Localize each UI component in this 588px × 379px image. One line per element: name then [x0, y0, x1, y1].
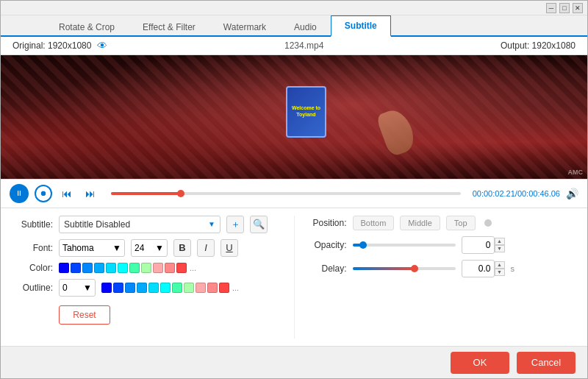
- delay-label: Delay:: [306, 263, 347, 274]
- ok-button[interactable]: OK: [451, 352, 509, 374]
- subtitle-value: Subtitle Disabled: [64, 219, 130, 230]
- position-label: Position:: [306, 218, 347, 228]
- delay-slider-thumb[interactable]: [411, 265, 418, 272]
- close-button[interactable]: ✕: [573, 3, 583, 13]
- filename: 1234.mp4: [107, 40, 500, 51]
- opacity-spin-down[interactable]: ▼: [495, 245, 505, 252]
- tab-watermark[interactable]: Watermark: [209, 17, 280, 37]
- font-family-value: Tahoma: [62, 243, 94, 253]
- video-tablet: Welcome toToyland: [286, 86, 326, 138]
- color-swatch-3[interactable]: [94, 263, 104, 273]
- color-swatch-8[interactable]: [153, 263, 163, 273]
- delay-slider-fill: [353, 267, 415, 270]
- outline-swatch-3[interactable]: [137, 283, 147, 293]
- tab-rotate[interactable]: Rotate & Crop: [45, 17, 129, 37]
- outline-swatch-0[interactable]: [101, 283, 112, 293]
- subtitle-dropdown[interactable]: Subtitle Disabled ▼: [59, 216, 220, 233]
- color-swatch-9[interactable]: [165, 263, 175, 273]
- delay-unit: s: [511, 264, 515, 273]
- color-swatch-0[interactable]: [59, 263, 69, 273]
- font-family-select[interactable]: Tahoma ▼: [59, 239, 125, 257]
- volume-icon[interactable]: 🔊: [566, 188, 578, 199]
- outline-swatch-6[interactable]: [172, 283, 182, 293]
- color-swatch-1[interactable]: [71, 263, 81, 273]
- add-subtitle-button[interactable]: ＋: [226, 216, 244, 233]
- delay-value-input[interactable]: 0.0: [462, 260, 495, 277]
- outline-swatch-9[interactable]: [207, 283, 218, 293]
- outline-value: 0: [62, 283, 68, 293]
- outline-swatch-1[interactable]: [113, 283, 123, 293]
- color-swatch-4[interactable]: [106, 263, 116, 273]
- more-outline-colors-button[interactable]: ...: [232, 283, 239, 292]
- left-column: Subtitle: Subtitle Disabled ▼ ＋ 🔍 Font: …: [12, 216, 294, 339]
- delay-row: Delay: 0.0 ▲ ▼ s: [306, 260, 576, 277]
- font-family-arrow-icon: ▼: [112, 243, 121, 253]
- delay-slider-track[interactable]: [353, 267, 456, 270]
- opacity-slider-thumb[interactable]: [359, 241, 367, 249]
- delay-spin-down[interactable]: ▼: [495, 269, 505, 276]
- settings-columns: Subtitle: Subtitle Disabled ▼ ＋ 🔍 Font: …: [12, 216, 576, 339]
- opacity-row: Opacity: 0 ▲ ▼: [306, 236, 576, 254]
- delay-spin-up[interactable]: ▲: [495, 261, 505, 269]
- position-indicator: [484, 219, 492, 227]
- progress-track[interactable]: [111, 192, 461, 195]
- outline-swatch-8[interactable]: [196, 283, 206, 293]
- font-size-select[interactable]: 24 ▼: [131, 239, 168, 257]
- prev-button[interactable]: ⏮: [58, 185, 76, 202]
- position-top-button[interactable]: Top: [446, 216, 476, 230]
- position-middle-button[interactable]: Middle: [400, 216, 440, 230]
- eye-icon[interactable]: 👁: [97, 40, 107, 52]
- minimize-button[interactable]: ─: [546, 3, 556, 13]
- opacity-value-input[interactable]: 0: [462, 236, 495, 254]
- outline-swatch-7[interactable]: [184, 283, 194, 293]
- bold-button[interactable]: B: [173, 239, 191, 257]
- color-swatch-2[interactable]: [82, 263, 93, 273]
- next-button[interactable]: ⏭: [82, 185, 99, 202]
- dropdown-arrow-icon: ▼: [208, 220, 215, 228]
- color-swatches: ...: [59, 263, 196, 273]
- italic-button[interactable]: I: [197, 239, 215, 257]
- cancel-button[interactable]: Cancel: [517, 352, 576, 374]
- outline-value-select[interactable]: 0 ▼: [59, 279, 96, 297]
- progress-thumb[interactable]: [177, 190, 184, 197]
- reset-row: Reset: [12, 302, 282, 325]
- output-resolution: Output: 1920x1080: [501, 40, 576, 51]
- title-bar: ─ □ ✕: [1, 1, 587, 15]
- font-label: Font:: [12, 243, 53, 253]
- font-size-arrow-icon: ▼: [155, 243, 164, 253]
- outline-swatch-10[interactable]: [219, 283, 229, 293]
- color-swatch-5[interactable]: [118, 263, 128, 273]
- tab-audio[interactable]: Audio: [280, 17, 331, 37]
- outline-swatch-2[interactable]: [125, 283, 135, 293]
- color-swatch-7[interactable]: [141, 263, 151, 273]
- opacity-spin-up[interactable]: ▲: [495, 238, 505, 245]
- maximize-button[interactable]: □: [559, 3, 570, 13]
- main-window: ─ □ ✕ Rotate & Crop Effect & Filter Wate…: [0, 0, 588, 379]
- outline-label: Outline:: [12, 283, 53, 293]
- video-hand: [376, 106, 418, 157]
- tab-subtitle[interactable]: Subtitle: [331, 15, 391, 37]
- outline-swatch-5[interactable]: [160, 283, 171, 293]
- outline-swatch-4[interactable]: [148, 283, 159, 293]
- reset-button[interactable]: Reset: [59, 305, 110, 325]
- pause-button[interactable]: ⏸: [10, 184, 29, 203]
- color-swatch-10[interactable]: [176, 263, 187, 273]
- info-bar: Original: 1920x1080 👁 1234.mp4 Output: 1…: [1, 37, 587, 55]
- subtitle-row: Subtitle: Subtitle Disabled ▼ ＋ 🔍: [12, 216, 282, 233]
- video-area: Welcome toToyland AMC: [1, 55, 587, 179]
- stop-button[interactable]: ⏺: [35, 185, 52, 202]
- subtitle-label: Subtitle:: [12, 219, 53, 230]
- search-subtitle-button[interactable]: 🔍: [250, 216, 268, 233]
- progress-fill: [111, 192, 181, 195]
- original-resolution: Original: 1920x1080: [12, 40, 91, 51]
- tab-effect[interactable]: Effect & Filter: [129, 17, 209, 37]
- color-swatch-6[interactable]: [129, 263, 140, 273]
- channel-badge: AMC: [568, 169, 584, 176]
- opacity-slider-track[interactable]: [353, 244, 456, 247]
- underline-button[interactable]: U: [220, 239, 238, 257]
- font-row: Font: Tahoma ▼ 24 ▼ B I U: [12, 239, 282, 257]
- more-colors-button[interactable]: ...: [190, 263, 196, 272]
- position-bottom-button[interactable]: Bottom: [353, 216, 395, 230]
- controls-bar: ⏸ ⏺ ⏮ ⏭ 00:00:02.21/00:00:46.06 🔊: [1, 179, 587, 208]
- outline-row: Outline: 0 ▼: [12, 279, 282, 297]
